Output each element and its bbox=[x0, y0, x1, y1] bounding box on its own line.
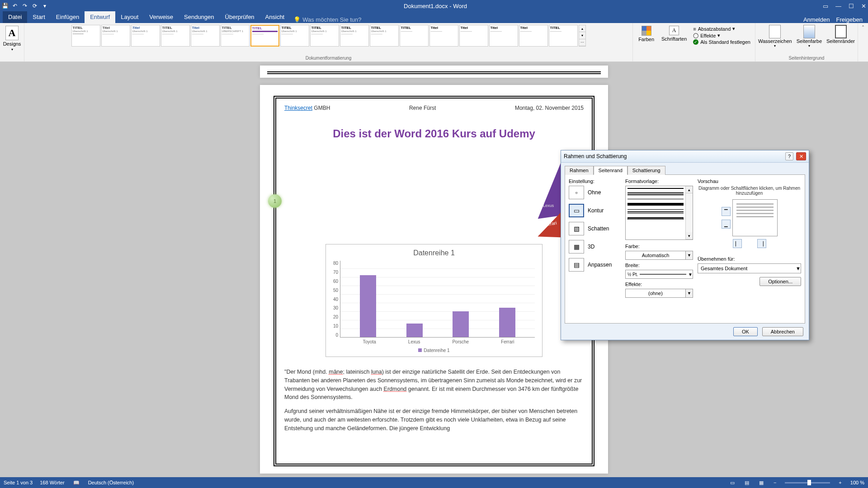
styleset-item[interactable]: TitelÜberschrift 1────── bbox=[101, 25, 130, 47]
ok-button[interactable]: OK bbox=[733, 327, 758, 336]
share-button[interactable]: Freigeben bbox=[836, 16, 863, 23]
maximize-icon[interactable]: ☐ bbox=[849, 3, 854, 9]
minimize-icon[interactable]: ― bbox=[835, 3, 841, 9]
dialog-titlebar[interactable]: Rahmen und Schattierung ? ✕ bbox=[561, 150, 809, 163]
edge-right-button[interactable]: ▕ bbox=[757, 239, 766, 248]
link-mane[interactable]: mâne bbox=[329, 369, 343, 375]
styleset-gallery[interactable]: TITELÜberschrift 1━━━━━━ TitelÜberschrif… bbox=[71, 25, 586, 55]
apply-dropdown[interactable]: Gesamtes Dokument ▼ bbox=[698, 263, 801, 273]
styleset-item[interactable]: Titel────── bbox=[489, 25, 518, 47]
styleset-item[interactable]: TITELÜberschrift 1────── bbox=[310, 25, 339, 47]
tab-entwurf[interactable]: Entwurf bbox=[85, 11, 115, 23]
styleset-item[interactable]: TITELÜberschrift 1━━━━━━ bbox=[71, 25, 100, 47]
styleset-item[interactable]: Titel────── bbox=[519, 25, 548, 47]
effects-button[interactable]: ◯Effekte ▾ bbox=[693, 33, 750, 38]
save-icon[interactable]: 💾 bbox=[2, 3, 8, 9]
styleset-item[interactable]: TITELÜberschrift 1────── bbox=[161, 25, 190, 47]
options-button[interactable]: Optionen... bbox=[760, 277, 801, 286]
zoom-in-icon[interactable]: + bbox=[837, 480, 843, 485]
styleset-item-selected[interactable]: TITEL────── bbox=[250, 25, 279, 47]
pageborders-button[interactable]: Seitenränder bbox=[826, 25, 855, 48]
gallery-scroll[interactable]: ▴▾⋯ bbox=[579, 25, 586, 47]
setting-box-icon: ▭ bbox=[569, 204, 584, 217]
designs-button[interactable]: A Designs ▾ bbox=[1, 25, 23, 52]
tab-ueberpruefen[interactable]: Überprüfen bbox=[220, 11, 260, 23]
pagecolor-button[interactable]: Seitenfarbe▾ bbox=[797, 25, 822, 48]
collapse-ribbon-icon[interactable]: ˄ bbox=[858, 23, 868, 33]
edge-left-button[interactable]: ▏ bbox=[733, 239, 742, 248]
tab-layout[interactable]: Layout bbox=[115, 11, 144, 23]
status-words[interactable]: 168 Wörter bbox=[40, 480, 64, 485]
chevron-down-icon[interactable]: ▼ bbox=[688, 272, 693, 277]
style-listbox[interactable]: ▴ ▾ bbox=[625, 186, 693, 240]
signin-link[interactable]: Anmelden bbox=[803, 16, 830, 23]
tab-sendungen[interactable]: Sendungen bbox=[179, 11, 220, 23]
scroll-up-icon[interactable]: ▴ bbox=[686, 186, 693, 193]
styleset-item[interactable]: TITELÜBERSCHRIFT 1────── bbox=[221, 25, 250, 47]
tell-me-search[interactable]: 💡 Was möchten Sie tun? bbox=[293, 16, 361, 23]
dialog-close-icon[interactable]: ✕ bbox=[796, 152, 806, 160]
proofing-icon[interactable]: 📖 bbox=[72, 480, 81, 486]
zoom-slider[interactable] bbox=[785, 482, 830, 483]
zoom-out-icon[interactable]: − bbox=[772, 480, 778, 485]
styleset-item[interactable]: Titel────── bbox=[459, 25, 488, 47]
fonts-button[interactable]: A Schriftarten bbox=[659, 25, 689, 43]
comment-marker[interactable]: 1 bbox=[268, 194, 282, 208]
touch-icon[interactable]: ⟳ bbox=[32, 3, 38, 9]
scroll-down-icon[interactable]: ▾ bbox=[686, 232, 693, 239]
apply-label: Übernehmen für: bbox=[698, 256, 801, 262]
styleset-item[interactable]: TITEL────── bbox=[549, 25, 578, 47]
setting-shadow[interactable]: ▧ Schatten bbox=[569, 222, 621, 235]
dialog-tab-rahmen[interactable]: Rahmen bbox=[565, 166, 594, 175]
chevron-down-icon[interactable]: ▼ bbox=[685, 251, 693, 259]
zoom-level[interactable]: 100 % bbox=[850, 480, 864, 485]
color-dropdown[interactable]: Automatisch ▼ bbox=[625, 251, 693, 260]
setting-none[interactable]: ▫ Ohne bbox=[569, 186, 621, 199]
dialog-tab-schattierung[interactable]: Schattierung bbox=[627, 166, 665, 175]
web-layout-icon[interactable]: ▦ bbox=[758, 480, 765, 486]
setting-box[interactable]: ▭ Kontur bbox=[569, 204, 621, 217]
help-icon[interactable]: ? bbox=[785, 152, 793, 160]
colors-button[interactable]: Farben bbox=[636, 25, 657, 43]
styleset-item[interactable]: Titel────── bbox=[429, 25, 458, 47]
read-mode-icon[interactable]: ▭ bbox=[729, 480, 736, 486]
styleset-item[interactable]: TITELÜberschrift 1────── bbox=[340, 25, 369, 47]
redo-icon[interactable]: ↷ bbox=[22, 3, 28, 9]
chevron-down-icon[interactable]: ▼ bbox=[796, 266, 801, 271]
embedded-chart[interactable]: Datenreihe 1 8070 6050 4030 2010 0 Toyot… bbox=[326, 244, 542, 357]
qat-more-icon[interactable]: ▾ bbox=[42, 3, 48, 9]
watermark-button[interactable]: Wasserzeichen▾ bbox=[758, 25, 792, 48]
setting-custom[interactable]: ▤ Anpassen bbox=[569, 258, 621, 272]
edge-top-button[interactable]: ▔ bbox=[722, 207, 731, 216]
setdefault-button[interactable]: ✓Als Standard festlegen bbox=[693, 39, 750, 45]
styleset-item[interactable]: TitelÜberschrift 1────── bbox=[191, 25, 220, 47]
link-luna[interactable]: luna bbox=[371, 369, 382, 375]
status-language[interactable]: Deutsch (Österreich) bbox=[88, 480, 134, 485]
style-scrollbar[interactable]: ▴ ▾ bbox=[685, 186, 693, 239]
ribbon-options-icon[interactable]: ▭ bbox=[823, 3, 828, 9]
chevron-down-icon[interactable]: ▼ bbox=[685, 289, 693, 297]
setting-3d[interactable]: ▦ 3D bbox=[569, 240, 621, 253]
close-icon[interactable]: ✕ bbox=[861, 3, 866, 9]
edge-bottom-button[interactable]: ▁ bbox=[722, 220, 731, 229]
tab-verweise[interactable]: Verweise bbox=[144, 11, 179, 23]
tab-einfuegen[interactable]: Einfügen bbox=[51, 11, 85, 23]
styleset-item[interactable]: TITEL────── bbox=[400, 25, 429, 47]
styleset-item[interactable]: TITELÜberschrift 1────── bbox=[280, 25, 309, 47]
preview-page[interactable] bbox=[732, 199, 778, 236]
header-link[interactable]: Thinksecret bbox=[284, 105, 312, 111]
styleset-item[interactable]: TitelÜberschrift 1────── bbox=[131, 25, 160, 47]
art-dropdown[interactable]: (ohne) ▼ bbox=[625, 289, 693, 298]
print-layout-icon[interactable]: ▤ bbox=[743, 480, 750, 486]
styleset-item[interactable]: TITELÜberschrift 1────── bbox=[370, 25, 399, 47]
link-erdmond[interactable]: Erdmond bbox=[384, 386, 407, 392]
tab-datei[interactable]: Datei bbox=[3, 11, 27, 23]
tab-ansicht[interactable]: Ansicht bbox=[260, 11, 290, 23]
width-dropdown[interactable]: ½ Pt. ▼ bbox=[625, 270, 693, 279]
cancel-button[interactable]: Abbrechen bbox=[762, 327, 803, 336]
tab-start[interactable]: Start bbox=[27, 11, 50, 23]
status-page[interactable]: Seite 1 von 3 bbox=[4, 480, 33, 485]
spacing-button[interactable]: ≡Absatzabstand ▾ bbox=[693, 26, 750, 32]
undo-icon[interactable]: ↶ bbox=[12, 3, 18, 9]
dialog-tab-seitenrand[interactable]: Seitenrand bbox=[594, 166, 627, 175]
